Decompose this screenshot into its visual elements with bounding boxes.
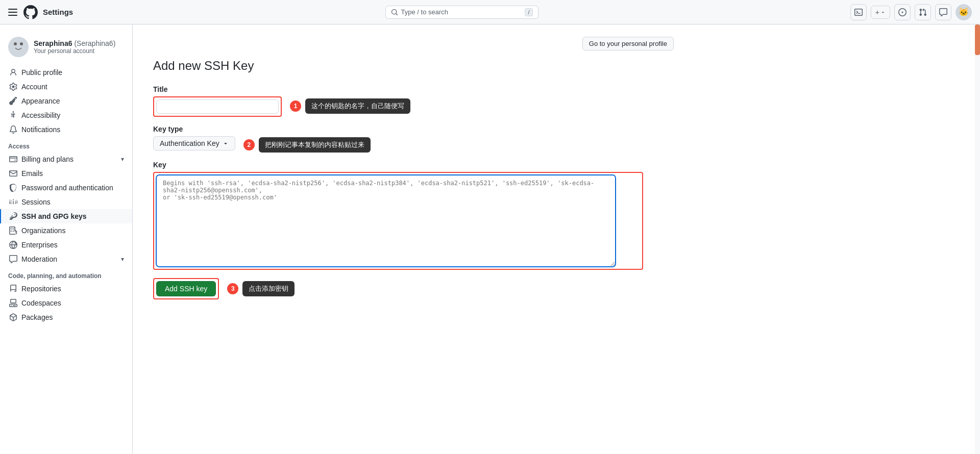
add-ssh-key-title: Add new SSH Key	[153, 59, 674, 73]
sidebar-label-notifications: Notifications	[21, 125, 60, 134]
key-type-form-group: Key type Authentication Key 2 把刚刚记事本复制的内…	[153, 125, 674, 153]
title-input[interactable]	[156, 99, 279, 114]
plus-btn[interactable]: +	[871, 6, 890, 19]
tooltip-1-bubble: 这个的钥匙的名字，自己随便写	[305, 98, 410, 114]
scrollbar-thumb[interactable]	[975, 24, 980, 55]
person-icon	[9, 68, 17, 77]
sidebar-item-packages[interactable]: Packages	[0, 310, 132, 324]
broadcast-icon	[9, 198, 17, 206]
org-icon	[9, 226, 17, 235]
tooltip-2-text: 把刚刚记事本复制的内容粘贴过来	[265, 140, 364, 149]
tooltip-3-circle: 3	[227, 283, 238, 294]
key-icon	[9, 212, 17, 220]
sidebar-label-accessibility: Accessibility	[21, 111, 60, 119]
sidebar-label-ssh-gpg: SSH and GPG keys	[21, 212, 87, 220]
repo-icon	[9, 285, 17, 293]
sidebar-label-moderation: Moderation	[21, 255, 57, 263]
username-display: Seraphina6 (Seraphina6)	[34, 39, 115, 47]
topnav: Settings Type / to search / + 🐱	[0, 0, 980, 24]
key-textarea[interactable]	[156, 175, 616, 267]
sidebar-label-repositories: Repositories	[21, 285, 61, 293]
codespaces-icon	[9, 299, 17, 307]
sidebar-item-emails[interactable]: Emails	[0, 166, 132, 181]
comment-icon	[9, 255, 17, 263]
sidebar-item-codespaces[interactable]: Codespaces	[0, 296, 132, 310]
tooltip-3-text: 点击添加密钥	[249, 284, 288, 293]
sidebar-item-enterprises[interactable]: Enterprises	[0, 238, 132, 252]
pr-icon-btn[interactable]	[915, 4, 931, 20]
accessibility-icon	[9, 111, 17, 119]
tooltip-1-text: 这个的钥匙的名字，自己随便写	[311, 102, 404, 111]
title-annotation-box	[153, 96, 282, 117]
sidebar-label-codespaces: Codespaces	[21, 299, 61, 307]
add-btn-annotation-box: Add SSH key	[153, 278, 219, 299]
tooltip-2-circle: 2	[243, 139, 255, 150]
add-ssh-key-button[interactable]: Add SSH key	[156, 281, 216, 296]
billing-chevron-icon: ▾	[121, 156, 124, 163]
sidebar-item-appearance[interactable]: Appearance	[0, 94, 132, 108]
mail-icon	[9, 169, 17, 178]
gear-icon	[9, 83, 17, 91]
key-type-select[interactable]: Authentication Key	[153, 136, 235, 150]
tooltip-3-bubble: 点击添加密钥	[242, 281, 295, 296]
main-content: Go to your personal profile Add new SSH …	[133, 24, 694, 454]
hamburger-icon[interactable]	[8, 7, 18, 17]
bell-icon	[9, 125, 17, 134]
sidebar-label-account: Account	[21, 83, 47, 91]
sidebar-item-account[interactable]: Account	[0, 80, 132, 94]
package-icon	[9, 313, 17, 321]
tooltip-2-bubble: 把刚刚记事本复制的内容粘贴过来	[259, 137, 371, 153]
sidebar-label-password: Password and authentication	[21, 184, 113, 192]
sidebar-item-organizations[interactable]: Organizations	[0, 223, 132, 238]
sidebar-label-sessions: Sessions	[21, 198, 51, 206]
key-type-value: Authentication Key	[160, 139, 219, 147]
key-form-group: Key	[153, 161, 674, 270]
user-avatar-nav[interactable]: 🐱	[955, 4, 972, 20]
sidebar-label-enterprises: Enterprises	[21, 241, 58, 249]
access-section-label: Access	[0, 137, 132, 152]
sidebar-label-organizations: Organizations	[21, 226, 65, 235]
title-label: Title	[153, 85, 674, 93]
key-label: Key	[153, 161, 674, 169]
goto-profile-button[interactable]: Go to your personal profile	[582, 37, 674, 51]
sidebar-label-emails: Emails	[21, 169, 43, 178]
sidebar-item-repositories[interactable]: Repositories	[0, 282, 132, 296]
sidebar-item-moderation[interactable]: Moderation ▾	[0, 252, 132, 266]
sidebar-item-billing[interactable]: Billing and plans ▾	[0, 152, 132, 166]
page-scrollbar[interactable]	[975, 24, 980, 454]
search-text: Type / to search	[401, 8, 522, 16]
key-type-chevron-icon	[223, 140, 229, 146]
search-box[interactable]: Type / to search /	[385, 6, 538, 19]
sidebar-label-billing: Billing and plans	[21, 155, 74, 163]
plus-label: +	[875, 8, 879, 16]
moderation-chevron-icon: ▾	[121, 256, 124, 263]
sidebar-label-public-profile: Public profile	[21, 68, 62, 77]
sidebar-item-sessions[interactable]: Sessions	[0, 195, 132, 209]
page-title-nav: Settings	[43, 8, 73, 16]
paintbrush-icon	[9, 97, 17, 105]
add-btn-row: Add SSH key 3 点击添加密钥	[153, 278, 674, 299]
issues-icon-btn[interactable]	[894, 4, 911, 20]
terminal-icon-btn[interactable]	[850, 4, 867, 20]
sidebar-item-notifications[interactable]: Notifications	[0, 122, 132, 137]
sidebar-item-password[interactable]: Password and authentication	[0, 181, 132, 195]
github-logo[interactable]	[22, 4, 39, 20]
credit-card-icon	[9, 155, 17, 163]
svg-point-2	[20, 42, 23, 45]
key-annotation-box	[153, 172, 643, 270]
sidebar: Seraphina6 (Seraphina6) Your personal ac…	[0, 24, 133, 454]
user-profile-section: Seraphina6 (Seraphina6) Your personal ac…	[0, 33, 132, 65]
code-section-label: Code, planning, and automation	[0, 266, 132, 282]
sidebar-label-appearance: Appearance	[21, 97, 60, 105]
user-avatar	[8, 37, 29, 57]
chevron-down-icon	[880, 10, 886, 15]
sidebar-item-public-profile[interactable]: Public profile	[0, 65, 132, 80]
shield-icon	[9, 184, 17, 192]
sidebar-item-accessibility[interactable]: Accessibility	[0, 108, 132, 122]
title-form-group: Title 1 这个的钥匙的名字，自己随便写	[153, 85, 674, 117]
user-subtitle: Your personal account	[34, 47, 115, 55]
inbox-icon-btn[interactable]	[935, 4, 951, 20]
sidebar-item-ssh-gpg[interactable]: SSH and GPG keys	[0, 209, 132, 223]
sidebar-label-packages: Packages	[21, 313, 53, 321]
key-type-label: Key type	[153, 125, 235, 133]
